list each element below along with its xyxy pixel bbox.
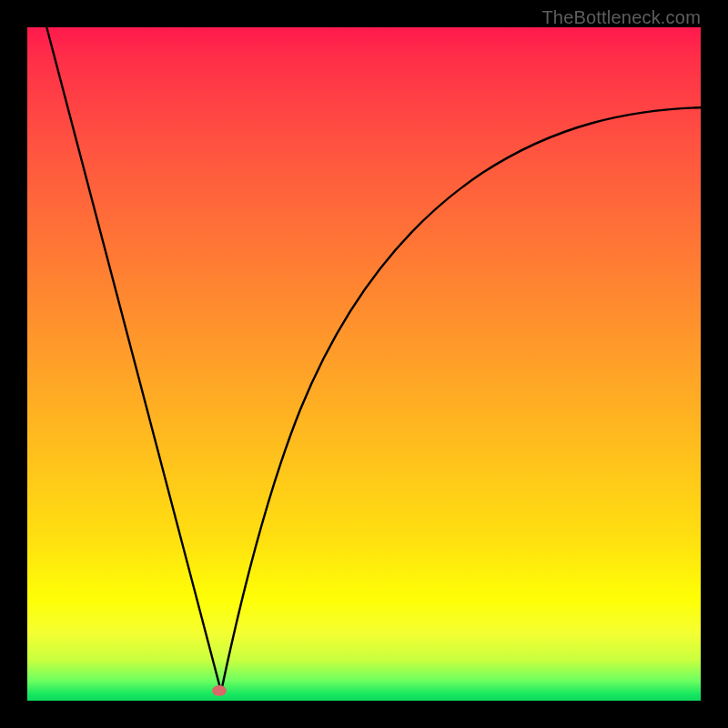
chart-frame: TheBottleneck.com [0, 0, 728, 728]
bottleneck-curve [27, 27, 701, 701]
plot-area [27, 27, 701, 701]
curve-left-branch [46, 23, 221, 692]
watermark-text: TheBottleneck.com [541, 7, 701, 28]
curve-right-branch [221, 107, 705, 692]
optimum-marker [212, 685, 227, 696]
